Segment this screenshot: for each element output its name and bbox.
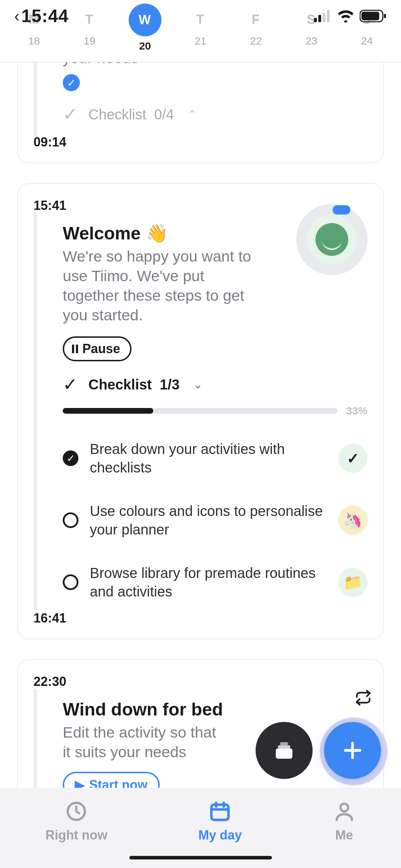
item-state-todo-icon[interactable]: [63, 574, 78, 590]
status-time-group: ‹ 15:44: [14, 6, 69, 26]
tab-me[interactable]: Me: [333, 800, 356, 843]
repeat-icon: [355, 689, 372, 708]
vertical-bar: [34, 62, 37, 138]
tab-my-day[interactable]: My day: [198, 800, 242, 843]
plus-icon: [340, 738, 365, 763]
card-welcome[interactable]: 15:41 Welcome👋 We're so happy you want t…: [17, 183, 384, 639]
home-indicator[interactable]: [129, 856, 272, 859]
done-badge-icon[interactable]: ✓: [63, 74, 80, 91]
tab-right-now[interactable]: Right now: [46, 800, 108, 843]
svg-rect-0: [314, 18, 317, 22]
timeline-scroll[interactable]: your needs ✓ ✓ Checklist 0/4 ⌃ 09:14 15:…: [0, 62, 401, 788]
checklist-toggle-partial[interactable]: ✓ Checklist 0/4 ⌃: [63, 104, 367, 125]
svg-rect-13: [211, 805, 228, 820]
progress-fill: [63, 408, 153, 414]
add-fab[interactable]: [324, 722, 381, 779]
svg-rect-7: [276, 748, 293, 759]
card-title: Wind down for bed: [63, 699, 367, 720]
tab-bar: Right now My day Me: [0, 788, 401, 868]
status-bar: ‹ 15:44: [0, 0, 401, 32]
card-desc: Edit the activity so that it suits your …: [63, 723, 227, 762]
svg-rect-3: [327, 10, 330, 22]
progress-track: [63, 408, 338, 414]
progress-row: 33%: [63, 405, 367, 417]
svg-rect-2: [323, 13, 325, 22]
library-fab[interactable]: [256, 722, 313, 779]
svg-rect-8: [278, 745, 291, 748]
card-desc: We're so happy you want to use Tiimo. We…: [63, 247, 255, 325]
stack-icon: [272, 738, 297, 763]
checklist-item-1[interactable]: ✓ Break down your activities with checkl…: [63, 440, 367, 477]
check-icon: ✓: [63, 374, 78, 395]
checklist-toggle[interactable]: ✓ Checklist 1/3 ⌄: [63, 374, 367, 395]
person-icon: [333, 800, 356, 823]
status-time: 15:44: [21, 6, 69, 26]
pause-icon: [72, 345, 78, 353]
card-end-time: 16:41: [34, 611, 367, 626]
checklist-item-2[interactable]: Use colours and icons to personalise you…: [63, 502, 367, 539]
battery-icon: [360, 10, 387, 22]
item-state-todo-icon[interactable]: [63, 512, 78, 528]
item-state-done-icon[interactable]: ✓: [63, 450, 78, 466]
folder-icon: 📁: [338, 568, 367, 597]
fab-row: [256, 722, 381, 779]
svg-rect-5: [361, 12, 379, 20]
svg-rect-9: [280, 742, 288, 745]
chevron-down-icon: ⌄: [193, 378, 203, 391]
start-now-button[interactable]: ▶ Start now: [63, 772, 160, 788]
svg-rect-1: [318, 15, 321, 22]
pause-button[interactable]: Pause: [63, 336, 132, 361]
unicorn-icon: 🦄: [338, 506, 367, 535]
card-end-time: 09:14: [34, 135, 367, 150]
card-partial[interactable]: your needs ✓ ✓ Checklist 0/4 ⌃ 09:14: [17, 62, 384, 163]
clock-icon: [65, 800, 88, 823]
progress-dot: [333, 205, 350, 215]
status-icons: [314, 10, 387, 22]
card-start-time: 22:30: [34, 674, 367, 689]
wifi-icon: [337, 10, 355, 22]
activity-avatar[interactable]: [296, 204, 367, 275]
cellular-icon: [314, 10, 332, 22]
back-chevron-icon[interactable]: ‹: [14, 7, 20, 25]
progress-percent: 33%: [346, 405, 367, 417]
vertical-bar: [34, 688, 37, 788]
calendar-icon: [209, 800, 231, 823]
svg-rect-6: [384, 14, 386, 18]
checklist-item-3[interactable]: Browse library for premade routines and …: [63, 564, 367, 601]
partial-desc: your needs: [63, 62, 255, 68]
vertical-bar: [34, 212, 37, 610]
chevron-up-icon: ⌃: [187, 108, 197, 121]
svg-point-17: [340, 804, 348, 811]
wave-emoji-icon: 👋: [146, 223, 168, 244]
item-check-icon: ✓: [338, 444, 367, 473]
check-icon: ✓: [63, 104, 78, 125]
play-icon: ▶: [75, 777, 85, 788]
